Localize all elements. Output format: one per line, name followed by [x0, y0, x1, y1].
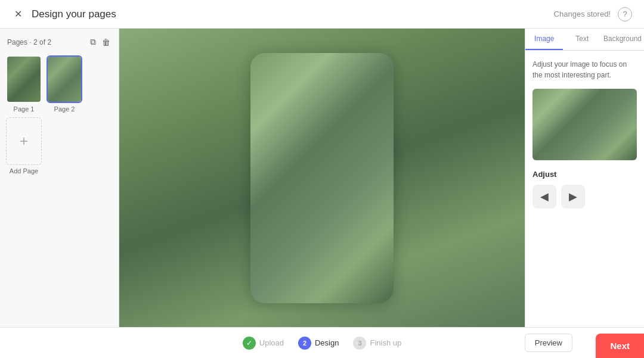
- header-right: Changes stored! ?: [554, 7, 632, 21]
- step-upload-label: Upload: [259, 338, 284, 347]
- trash-icon: 🗑: [102, 38, 110, 47]
- step-finish-number: 3: [353, 337, 366, 350]
- tab-text[interactable]: Text: [563, 29, 600, 50]
- delete-page-button[interactable]: 🗑: [101, 36, 112, 48]
- copy-icon: ⧉: [90, 37, 96, 46]
- adjust-left-icon: ◀: [540, 190, 549, 203]
- pages-actions: ⧉ 🗑: [89, 36, 112, 48]
- page-title: Design your pages: [32, 8, 116, 20]
- tab-background[interactable]: Background: [601, 29, 644, 50]
- canvas-phone-frame: [250, 53, 394, 303]
- header-left: ✕ Design your pages: [12, 6, 116, 22]
- adjust-right-button[interactable]: ▶: [561, 185, 585, 208]
- adjust-controls: ◀ ▶: [532, 185, 637, 208]
- right-tabs: Image Text Background: [525, 29, 644, 51]
- next-button[interactable]: Next: [596, 334, 644, 358]
- footer: ✓ Upload 2 Design 3 Finish up Preview Ne…: [0, 327, 644, 358]
- header: ✕ Design your pages Changes stored! ?: [0, 0, 644, 29]
- right-sidebar: Image Text Background Adjust your image …: [525, 29, 644, 327]
- canvas-phone-content: [250, 53, 394, 303]
- page-2-thumb[interactable]: [47, 55, 82, 103]
- step-upload: ✓ Upload: [243, 337, 284, 350]
- left-sidebar: Pages · 2 of 2 ⧉ 🗑 Page 1: [0, 29, 119, 327]
- adjust-section-label: Adjust: [532, 170, 637, 179]
- step-finish-label: Finish up: [370, 338, 401, 347]
- next-label: Next: [610, 341, 630, 351]
- main-area: Pages · 2 of 2 ⧉ 🗑 Page 1: [0, 29, 644, 327]
- pages-thumbnails: Page 1 Page 2 + Add Page: [6, 55, 113, 175]
- add-page-icon: +: [20, 133, 28, 150]
- help-icon: ?: [623, 10, 627, 18]
- add-page-container: + Add Page: [6, 117, 42, 175]
- adjust-description: Adjust your image to focus on the most i…: [532, 59, 637, 80]
- preview-label: Preview: [535, 338, 562, 347]
- step-finish: 3 Finish up: [353, 337, 401, 350]
- page-2-preview: [48, 57, 81, 102]
- changes-stored-label: Changes stored!: [554, 10, 611, 18]
- page-2-label: Page 2: [54, 105, 75, 113]
- help-button[interactable]: ?: [618, 7, 632, 21]
- preview-button[interactable]: Preview: [525, 334, 572, 352]
- page-1-preview: [7, 57, 41, 102]
- tab-image[interactable]: Image: [525, 29, 563, 50]
- footer-steps: ✓ Upload 2 Design 3 Finish up: [243, 337, 401, 350]
- page-1-thumb[interactable]: [6, 55, 42, 103]
- right-panel-content: Adjust your image to focus on the most i…: [525, 51, 644, 327]
- add-page-label: Add Page: [10, 167, 38, 175]
- image-preview: [532, 89, 637, 160]
- step-upload-check: ✓: [243, 337, 256, 350]
- page-2-container: Page 2: [47, 55, 82, 113]
- canvas-area[interactable]: [119, 29, 525, 327]
- adjust-right-icon: ▶: [569, 190, 577, 203]
- copy-page-button[interactable]: ⧉: [89, 36, 97, 48]
- pages-label: Pages · 2 of 2: [7, 38, 51, 46]
- add-page-button[interactable]: +: [6, 117, 42, 165]
- pages-header: Pages · 2 of 2 ⧉ 🗑: [6, 36, 113, 48]
- page-1-container: Page 1: [6, 55, 42, 113]
- adjust-left-button[interactable]: ◀: [532, 185, 556, 208]
- close-button[interactable]: ✕: [12, 6, 24, 22]
- page-1-label: Page 1: [14, 105, 35, 113]
- step-design-number: 2: [298, 337, 311, 350]
- step-design-label: Design: [315, 338, 339, 347]
- step-design: 2 Design: [298, 337, 339, 350]
